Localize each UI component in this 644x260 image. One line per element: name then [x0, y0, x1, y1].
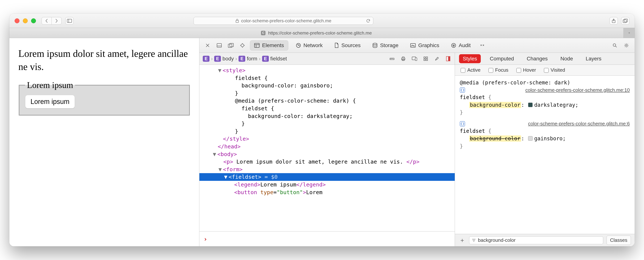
storage-icon [372, 43, 378, 48]
pseudo-focus[interactable]: Focus [488, 67, 508, 73]
subtab-node[interactable]: Node [557, 54, 577, 63]
color-swatch[interactable] [528, 103, 532, 107]
elements-panel: E › E body › E form › E fieldset [200, 53, 455, 246]
grid-icon[interactable] [422, 56, 429, 62]
search-icon[interactable] [611, 41, 619, 50]
filter-icon [472, 239, 476, 242]
network-icon [296, 43, 301, 48]
graphics-icon [410, 43, 416, 47]
crumb-form[interactable]: form [247, 56, 257, 62]
devtools: Elements Network Sources Storage Graphic… [200, 38, 635, 246]
source-link[interactable]: color-scheme-prefers-color-scheme.glitch… [528, 120, 630, 127]
svg-rect-2 [236, 21, 238, 23]
filter-input[interactable]: background-color [469, 236, 603, 244]
tab-audit-label: Audit [459, 42, 471, 48]
styles-panel: Styles Computed Changes Node Layers Acti… [455, 53, 635, 246]
svg-rect-26 [424, 57, 425, 58]
svg-point-15 [373, 43, 377, 45]
forward-button[interactable] [52, 17, 62, 25]
dock-bottom-icon[interactable] [215, 41, 223, 50]
favicon: C [261, 31, 266, 35]
ruler-icon[interactable] [389, 56, 395, 62]
styles-subtabs: Styles Computed Changes Node Layers [455, 53, 635, 65]
tabs-button[interactable] [621, 17, 630, 25]
color-swatch[interactable] [528, 136, 532, 141]
elements-icon [254, 43, 260, 48]
print-styles-icon[interactable] [400, 56, 406, 62]
subtab-changes[interactable]: Changes [523, 54, 551, 63]
pseudo-visited[interactable]: Visited [544, 67, 565, 73]
new-tab-button[interactable]: ＋ [624, 28, 635, 38]
tab-storage-label: Storage [380, 42, 398, 48]
tab-sources[interactable]: Sources [330, 40, 365, 50]
pseudo-hover[interactable]: Hover [516, 67, 536, 73]
sidebar-toggle-button[interactable] [65, 17, 74, 25]
classes-button[interactable]: Classes [606, 236, 631, 245]
svg-rect-28 [424, 59, 425, 61]
source-link[interactable]: color-scheme-prefers-color-scheme.glitch… [525, 87, 630, 94]
svg-rect-29 [426, 59, 428, 61]
settings-icon[interactable] [622, 41, 630, 50]
pseudo-active[interactable]: Active [460, 67, 480, 73]
page-fieldset: Lorem ipsum Lorem ipsum [19, 80, 190, 115]
svg-rect-0 [67, 19, 72, 23]
browser-window: color-scheme-prefers-color-scheme.glitch… [9, 14, 635, 246]
svg-rect-25 [415, 58, 417, 61]
address-bar[interactable]: color-scheme-prefers-color-scheme.glitch… [194, 17, 373, 25]
tab-network[interactable]: Network [292, 40, 327, 50]
dock-side-icon[interactable] [227, 41, 235, 50]
audit-icon [451, 43, 456, 48]
filter-value: background-color [478, 237, 516, 243]
tab-title: https://color-scheme-prefers-color-schem… [268, 30, 372, 36]
stylesheet-icon: {} [460, 87, 465, 93]
back-button[interactable] [42, 17, 52, 25]
svg-point-17 [452, 43, 456, 47]
device-icon[interactable] [411, 56, 418, 62]
subtab-layers[interactable]: Layers [582, 54, 605, 63]
tab-graphics[interactable]: Graphics [406, 40, 444, 50]
svg-rect-4 [623, 20, 626, 23]
subtab-computed[interactable]: Computed [486, 54, 518, 63]
paint-icon[interactable] [434, 56, 440, 62]
page-paragraph: Lorem ipsum dolor sit amet, legere ancil… [18, 47, 190, 73]
svg-point-19 [626, 45, 627, 46]
selected-dom-node[interactable]: ▼<fieldset> = $0 [200, 173, 455, 181]
console-bar[interactable]: › [200, 231, 455, 246]
share-button[interactable] [610, 17, 618, 25]
dom-tree[interactable]: ▼<style> fieldset { background-color: ga… [200, 65, 455, 231]
tab-strip: C https://color-scheme-prefers-color-sch… [9, 28, 635, 38]
sources-icon [334, 43, 339, 48]
titlebar: color-scheme-prefers-color-scheme.glitch… [9, 14, 635, 28]
tab-audit[interactable]: Audit [447, 40, 475, 50]
svg-rect-22 [402, 57, 404, 58]
content-area: Lorem ipsum dolor sit amet, legere ancil… [9, 38, 635, 246]
crumb-body[interactable]: body [222, 56, 234, 62]
tab-storage[interactable]: Storage [368, 40, 403, 50]
tab-network-label: Network [304, 42, 323, 48]
lock-icon [236, 19, 239, 23]
style-rules[interactable]: @media (prefers-color-scheme: dark) {} c… [455, 76, 635, 234]
svg-rect-27 [426, 57, 428, 58]
browser-tab[interactable]: C https://color-scheme-prefers-color-sch… [9, 28, 624, 38]
close-window-button[interactable] [14, 18, 20, 23]
back-forward [42, 17, 62, 25]
target-icon[interactable] [238, 41, 246, 50]
overflow-icon[interactable] [478, 41, 486, 50]
window-controls [14, 18, 36, 23]
style-rule: {} color-scheme-prefers-color-scheme.gli… [460, 120, 630, 150]
crumb-fieldset[interactable]: fieldset [270, 56, 287, 62]
root-crumb-badge[interactable]: E [203, 56, 210, 62]
subtab-styles[interactable]: Styles [459, 54, 481, 63]
tab-sources-label: Sources [341, 42, 360, 48]
page-button[interactable]: Lorem ipsum [25, 95, 75, 108]
svg-rect-9 [230, 43, 234, 47]
new-rule-button[interactable]: ＋ [459, 237, 466, 244]
zoom-window-button[interactable] [31, 18, 36, 23]
tab-elements[interactable]: Elements [250, 40, 288, 50]
svg-point-10 [241, 44, 244, 47]
close-devtools-button[interactable] [204, 41, 212, 50]
svg-rect-5 [624, 19, 628, 22]
minimize-window-button[interactable] [23, 18, 28, 23]
reload-button[interactable] [366, 19, 370, 23]
compositing-icon[interactable] [445, 56, 451, 62]
